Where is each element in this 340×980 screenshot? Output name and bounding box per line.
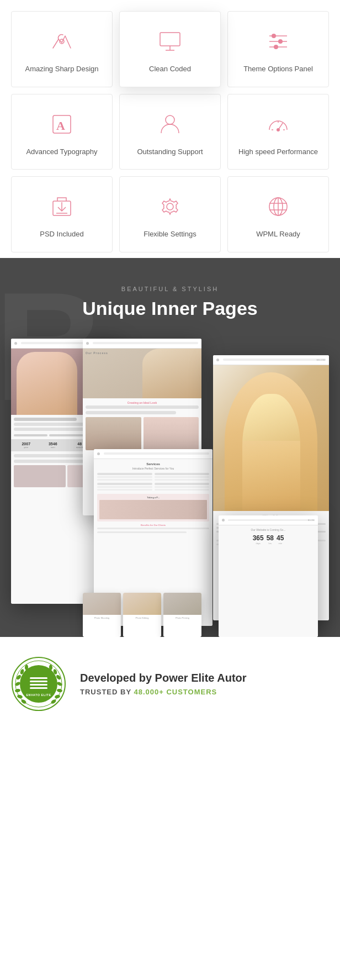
footer-customers: TRUSTED BY 48.000+ CUSTOMERS (80, 688, 329, 696)
feature-card-psd-included: PSD Included (11, 176, 113, 252)
feature-label-clean-coded: Clean Coded (149, 64, 191, 75)
screenshot-bottom-row: Photo Shooting Photo Editing Photo Print… (83, 593, 201, 637)
feature-card-advanced-typography: A Advanced Typography (11, 94, 113, 170)
footer-trusted-by: TRUSTED BY (80, 688, 131, 696)
footer-section: ENVATO ELITE Developed by Power Elite Au… (0, 637, 340, 731)
svg-point-12 (166, 115, 174, 124)
svg-rect-46 (30, 684, 47, 686)
svg-point-41 (54, 694, 60, 698)
globe-icon (264, 192, 293, 221)
svg-point-8 (278, 39, 283, 44)
gear-icon (156, 192, 184, 221)
typography-icon: A (47, 110, 76, 139)
svg-rect-1 (160, 33, 180, 46)
svg-rect-45 (30, 681, 47, 682)
envato-badge: ENVATO ELITE (11, 656, 66, 712)
svg-line-14 (278, 123, 283, 130)
feature-card-high-speed-performance: High speed Performance (227, 94, 329, 170)
features-grid: Amazing Sharp Design Clean Coded (11, 11, 329, 252)
monitor-icon (156, 27, 184, 56)
download-box-icon (47, 192, 76, 221)
feature-label-outstanding-support: Outstanding Support (137, 146, 203, 157)
svg-text:ENVATO ELITE: ENVATO ELITE (26, 693, 51, 697)
feature-card-theme-options-panel: Theme Options Panel (227, 11, 329, 87)
feature-label-high-speed-performance: High speed Performance (238, 146, 318, 157)
sliders-icon (264, 27, 293, 56)
feature-card-clean-coded: Clean Coded (119, 11, 221, 87)
svg-rect-44 (30, 677, 47, 679)
svg-point-9 (274, 45, 278, 49)
feature-label-flexible-settings: Flexible Settings (144, 229, 196, 240)
svg-rect-47 (30, 687, 47, 689)
feature-card-amazing-sharp-design: Amazing Sharp Design (11, 11, 113, 87)
feature-label-psd-included: PSD Included (40, 229, 84, 240)
svg-point-21 (167, 203, 173, 210)
feature-card-flexible-settings: Flexible Settings (119, 176, 221, 252)
footer-developer-title: Developed by Power Elite Autor (80, 672, 329, 684)
banner-subtitle: Beautiful & Stylish (11, 286, 329, 292)
feature-label-theme-options-panel: Theme Options Panel (243, 64, 313, 75)
feature-card-outstanding-support: Outstanding Support (119, 94, 221, 170)
svg-text:A: A (56, 119, 65, 133)
screenshot-stack: 2007year 3546num 48awards 9584clients (11, 339, 329, 637)
banner-section: B Beautiful & Stylish Unique Inner Pages (0, 258, 340, 637)
screenshots-container: 2007year 3546num 48awards 9584clients (11, 339, 329, 637)
feature-card-wpml-ready: WPML Ready (227, 176, 329, 252)
banner-title: Unique Inner Pages (11, 298, 329, 319)
person-icon (156, 110, 184, 139)
svg-point-33 (15, 688, 21, 693)
feature-label-amazing-sharp-design: Amazing Sharp Design (25, 64, 99, 75)
gauge-icon (264, 110, 293, 139)
footer-text: Developed by Power Elite Autor TRUSTED B… (80, 672, 329, 696)
pen-tool-icon (47, 27, 76, 56)
svg-point-40 (57, 688, 63, 693)
svg-point-7 (272, 34, 276, 38)
svg-point-34 (17, 694, 23, 698)
footer-customer-count: 48.000+ CUSTOMERS (134, 688, 217, 696)
feature-label-advanced-typography: Advanced Typography (26, 146, 97, 157)
features-section: Amazing Sharp Design Clean Coded (0, 0, 340, 258)
screenshot-right-bottom: MG-ONE Our Website is Coming So... 365 d… (219, 515, 318, 637)
feature-label-wpml-ready: WPML Ready (256, 229, 300, 240)
